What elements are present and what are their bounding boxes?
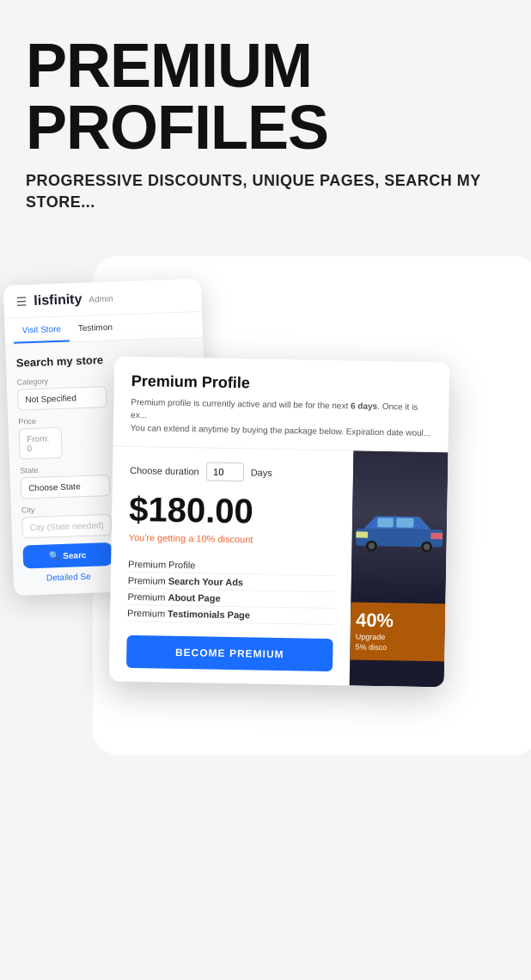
car-visual	[351, 451, 448, 608]
hero-section: PREMIUM PROFILES PROGRESSIVE DISCOUNTS, …	[0, 0, 531, 230]
price-from-input[interactable]: From: 0	[19, 427, 63, 460]
price-display: $180.00	[129, 490, 336, 532]
promo-overlay: 40% Upgrade 5% disco	[350, 603, 445, 662]
detailed-search-link[interactable]: Detailed Se	[23, 571, 113, 584]
screenshots-container: ☰ lisfinity Admin Visit Store Testimon S…	[0, 239, 531, 824]
svg-rect-20	[430, 533, 442, 540]
admin-logo: lisfinity	[34, 291, 82, 309]
category-label: Category	[17, 375, 107, 387]
premium-panel: Premium Profile Premium profile is curre…	[109, 357, 450, 688]
city-input[interactable]: City (State needed)	[21, 514, 112, 539]
premium-body: Choose duration Days $180.00 You're gett…	[109, 447, 449, 688]
search-icon: 🔍	[49, 551, 59, 560]
svg-rect-19	[356, 532, 368, 539]
premium-description: Premium profile is currently active and …	[131, 395, 432, 439]
admin-label: Admin	[88, 294, 113, 304]
state-input[interactable]: Choose State	[21, 475, 111, 499]
premium-header: Premium Profile Premium profile is curre…	[113, 357, 449, 453]
premium-right: 40% Upgrade 5% disco	[350, 451, 449, 688]
price-group: Price From: 0	[18, 414, 109, 460]
svg-rect-14	[396, 518, 413, 528]
duration-input[interactable]	[206, 462, 244, 482]
menu-icon: ☰	[15, 295, 27, 309]
state-group: State Choose State	[20, 463, 110, 499]
premium-left: Choose duration Days $180.00 You're gett…	[109, 447, 354, 686]
price-row: From: 0	[19, 426, 109, 460]
hero-title: PREMIUM PROFILES	[26, 34, 505, 158]
tab-testimonials[interactable]: Testimon	[69, 315, 121, 342]
tab-visit-store[interactable]: Visit Store	[13, 317, 70, 344]
feature-list: Premium Profile Premium Search Your Ads …	[127, 556, 334, 625]
svg-rect-13	[377, 518, 394, 528]
price-label: Price	[18, 414, 107, 426]
premium-title: Premium Profile	[131, 372, 432, 395]
duration-row: Choose duration Days	[130, 461, 336, 483]
promo-percent: 40%	[356, 609, 440, 634]
city-placeholder: City (State needed)	[29, 521, 104, 533]
duration-label: Choose duration	[130, 465, 199, 476]
city-group: City City (State needed)	[21, 503, 112, 539]
search-button[interactable]: 🔍 Searc	[22, 542, 113, 569]
state-value: Choose State	[28, 482, 81, 493]
become-premium-button[interactable]: BECOME PREMIUM	[126, 635, 333, 671]
city-label: City	[21, 503, 111, 515]
days-label: Days	[251, 468, 272, 478]
hero-subtitle: PROGRESSIVE DISCOUNTS, UNIQUE PAGES, SEA…	[26, 170, 505, 213]
feature-item: Premium Testimonials Page	[127, 605, 333, 625]
state-label: State	[20, 463, 109, 475]
category-input[interactable]: Not Specified	[17, 386, 107, 411]
category-value: Not Specified	[25, 394, 76, 405]
category-group: Category Not Specified	[17, 375, 107, 411]
promo-text: Upgrade 5% disco	[355, 632, 439, 655]
discount-text: You're getting a 10% discount	[129, 532, 335, 546]
search-panel-title: Search my store	[16, 353, 107, 370]
